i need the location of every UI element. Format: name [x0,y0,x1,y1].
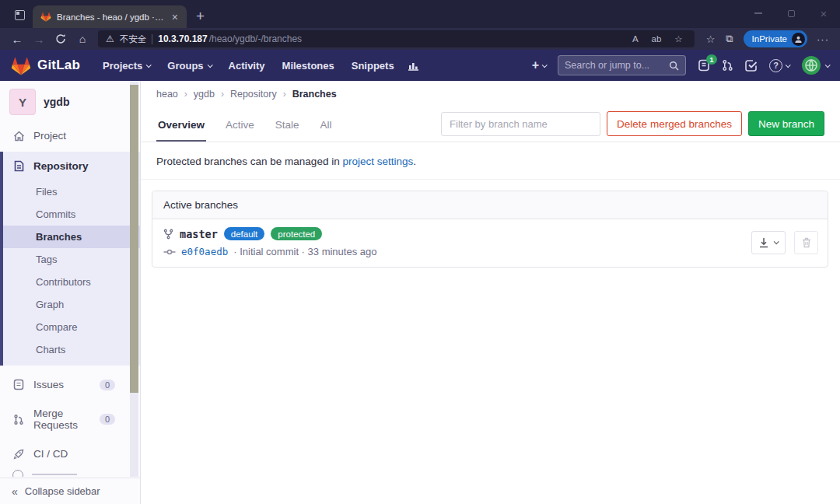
nav-item-groups[interactable]: Groups [159,60,219,72]
sidebar-item-project[interactable]: Project [0,121,140,150]
help-menu-button[interactable]: ? [769,59,789,72]
issues-count-badge: 1 [706,54,717,65]
sidebar-scrollbar-thumb[interactable] [130,85,138,393]
project-settings-link[interactable]: project settings [342,156,413,167]
chevron-down-icon [542,62,548,68]
sidebar-item-partial[interactable] [0,468,140,477]
tab-overview[interactable]: Overview [156,107,206,142]
tab-close-icon[interactable]: × [170,12,180,23]
nav-item-projects[interactable]: Projects [94,60,159,72]
tab-stale[interactable]: Stale [274,107,301,141]
window-maximize-button[interactable] [775,0,807,26]
add-favorite-icon[interactable]: ☆ [670,33,686,44]
minimize-icon [754,12,762,14]
security-label[interactable]: 不安全 [120,33,147,45]
breadcrumb-repository[interactable]: Repository [230,89,277,100]
breadcrumb-separator: › [184,89,187,100]
analytics-chart-icon[interactable] [408,61,419,71]
tab-actions-icon [15,10,25,20]
tab-all[interactable]: All [319,107,334,141]
search-icon [669,61,679,71]
main-content: heao › ygdb › Repository › Branches Over… [141,81,840,504]
browser-tab[interactable]: Branches - heao / ygdb · GitLab × [33,5,187,28]
sidebar-lower-items: Issues 0 Merge Requests 0 CI / CD [0,370,140,477]
delete-merged-branches-button[interactable]: Delete merged branches [607,111,742,136]
browser-toolbar: ← → ⌂ ⚠ 不安全 10.3.70.187 /heao/ygdb/-/bra… [0,28,840,50]
download-branch-button[interactable] [751,231,786,254]
sidebar-item-branches[interactable]: Branches [3,226,140,248]
browser-menu-button[interactable]: ··· [812,33,834,45]
issues-count-badge: 0 [100,380,115,390]
sidebar-item-merge-requests[interactable]: Merge Requests 0 [0,399,140,439]
merge-request-icon [722,59,733,72]
issues-icon [12,379,25,390]
todos-check-icon [745,60,758,72]
nav-item-activity[interactable]: Activity [220,60,274,72]
search-input[interactable] [565,60,664,71]
filter-branch-input[interactable] [441,112,600,136]
branch-actions [751,231,818,254]
project-avatar: Y [9,89,36,115]
delete-branch-button[interactable] [794,231,818,254]
help-icon: ? [769,59,782,72]
gitlab-brand[interactable]: GitLab [11,56,80,75]
collapse-sidebar-button[interactable]: « Collapse sidebar [0,478,140,504]
new-tab-button[interactable]: + [196,9,205,23]
sidebar-item-graph[interactable]: Graph [3,293,140,316]
sidebar-item-charts[interactable]: Charts [3,338,140,361]
collections-icon[interactable]: ⧉ [720,33,738,45]
gitlab-navbar-right: + 1 ? [532,55,829,75]
trash-icon [802,237,811,248]
sidebar-item-repository[interactable]: Repository [3,152,140,180]
global-search[interactable] [558,55,686,75]
nav-item-milestones[interactable]: Milestones [274,60,343,72]
tab-actions-menu-button[interactable] [8,5,31,25]
breadcrumb-group[interactable]: heao [156,89,178,100]
todos-shortcut-button[interactable] [745,60,758,72]
sidebar-item-commits[interactable]: Commits [3,203,140,226]
favorites-bar-icon[interactable]: ☆ [701,33,721,45]
window-close-button[interactable]: × [807,0,840,26]
gitlab-navbar: GitLab Projects Groups Activity Mileston… [0,50,840,81]
back-button[interactable]: ← [6,33,28,46]
protected-branches-note: Protected branches can be managed in pro… [141,142,840,180]
project-sidebar: Y ygdb Project Repository Files Commits [0,81,141,504]
home-button[interactable]: ⌂ [72,33,93,45]
chevron-down-icon [774,239,779,244]
sidebar-item-files[interactable]: Files [3,180,140,203]
sidebar-item-contributors[interactable]: Contributors [3,271,140,293]
tab-active[interactable]: Active [224,107,256,141]
project-header[interactable]: Y ygdb [0,81,140,121]
sidebar-item-issues[interactable]: Issues 0 [0,370,140,399]
inprivate-label: InPrivate [752,34,787,44]
repository-section: Repository Files Commits Branches Tags C… [0,152,140,366]
window-minimize-button[interactable] [742,0,775,26]
commit-hash-link[interactable]: e0f0aedb [181,246,228,257]
nav-item-snippets[interactable]: Snippets [343,60,403,72]
gitlab-favicon [40,12,51,22]
translate-icon[interactable]: ab [648,34,666,44]
forward-button[interactable]: → [28,33,50,46]
address-bar[interactable]: ⚠ 不安全 10.3.70.187 /heao/ygdb/-/branches … [98,30,695,47]
sidebar-item-compare[interactable]: Compare [3,316,140,338]
refresh-button[interactable] [50,33,72,44]
partial-nav-label [32,474,77,477]
url-host: 10.3.70.187 [158,33,207,44]
new-menu-button[interactable]: + [532,58,546,72]
url-path: /heao/ygdb/-/branches [209,33,302,44]
chevron-down-icon [207,62,212,68]
sidebar-item-cicd[interactable]: CI / CD [0,439,140,468]
project-name: ygdb [44,96,69,108]
merge-requests-shortcut-button[interactable] [722,59,733,72]
active-branches-panel: Active branches master default protected [152,191,828,268]
branch-name-link[interactable]: master [180,228,218,240]
read-aloud-icon[interactable]: A [628,34,642,44]
user-menu-button[interactable] [801,55,829,75]
chevron-down-icon [825,62,831,68]
sidebar-item-tags[interactable]: Tags [3,248,140,271]
breadcrumb-project[interactable]: ygdb [194,89,215,100]
new-branch-button[interactable]: New branch [748,111,824,136]
inprivate-badge[interactable]: InPrivate [744,30,807,47]
issues-shortcut-button[interactable]: 1 [698,59,710,72]
sidebar-scrollbar[interactable] [130,82,138,477]
